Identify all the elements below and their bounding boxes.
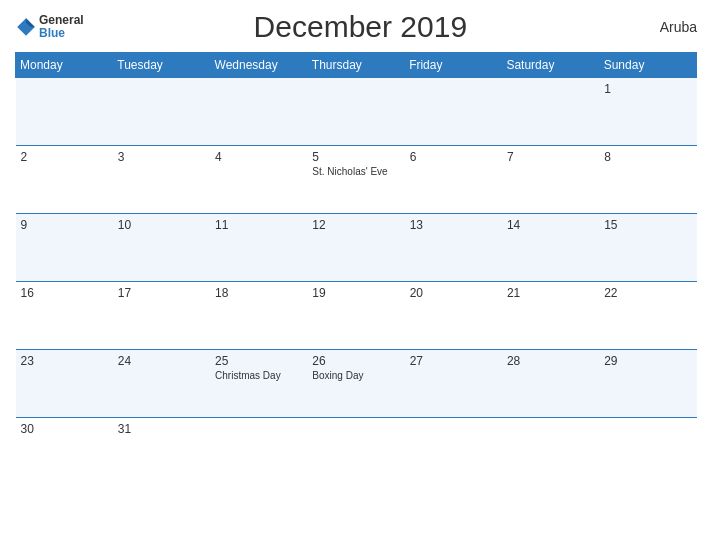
month-title: December 2019 xyxy=(84,10,637,44)
calendar-cell xyxy=(210,78,307,146)
calendar-cell: 27 xyxy=(405,350,502,418)
calendar-cell: 20 xyxy=(405,282,502,350)
calendar-cell: 30 xyxy=(16,418,113,486)
calendar-row: 9101112131415 xyxy=(16,214,697,282)
calendar-cell: 19 xyxy=(307,282,404,350)
day-number: 22 xyxy=(604,286,691,300)
weekday-friday: Friday xyxy=(405,53,502,78)
weekday-monday: Monday xyxy=(16,53,113,78)
day-number: 9 xyxy=(21,218,108,232)
calendar-cell: 15 xyxy=(599,214,696,282)
day-number: 8 xyxy=(604,150,691,164)
calendar-cell: 25Christmas Day xyxy=(210,350,307,418)
calendar-cell: 24 xyxy=(113,350,210,418)
calendar-container: General Blue December 2019 Aruba MondayT… xyxy=(0,0,712,550)
day-number: 30 xyxy=(21,422,108,436)
calendar-cell: 1 xyxy=(599,78,696,146)
calendar-row: 2345St. Nicholas' Eve678 xyxy=(16,146,697,214)
calendar-cell: 22 xyxy=(599,282,696,350)
calendar-cell: 10 xyxy=(113,214,210,282)
calendar-cell: 5St. Nicholas' Eve xyxy=(307,146,404,214)
day-number: 12 xyxy=(312,218,399,232)
weekday-sunday: Sunday xyxy=(599,53,696,78)
day-number: 4 xyxy=(215,150,302,164)
day-number: 29 xyxy=(604,354,691,368)
day-number: 2 xyxy=(21,150,108,164)
day-number: 17 xyxy=(118,286,205,300)
calendar-table: MondayTuesdayWednesdayThursdayFridaySatu… xyxy=(15,52,697,486)
day-number: 1 xyxy=(604,82,691,96)
day-number: 23 xyxy=(21,354,108,368)
day-number: 10 xyxy=(118,218,205,232)
day-number: 25 xyxy=(215,354,302,368)
calendar-cell: 3 xyxy=(113,146,210,214)
calendar-cell: 17 xyxy=(113,282,210,350)
calendar-cell: 21 xyxy=(502,282,599,350)
logo-icon xyxy=(15,16,37,38)
calendar-cell: 9 xyxy=(16,214,113,282)
calendar-cell: 18 xyxy=(210,282,307,350)
day-number: 15 xyxy=(604,218,691,232)
day-number: 7 xyxy=(507,150,594,164)
calendar-cell: 28 xyxy=(502,350,599,418)
calendar-cell xyxy=(502,418,599,486)
day-number: 14 xyxy=(507,218,594,232)
country-label: Aruba xyxy=(637,19,697,35)
calendar-row: 3031 xyxy=(16,418,697,486)
weekday-header-row: MondayTuesdayWednesdayThursdayFridaySatu… xyxy=(16,53,697,78)
calendar-cell: 26Boxing Day xyxy=(307,350,404,418)
calendar-cell: 16 xyxy=(16,282,113,350)
day-number: 5 xyxy=(312,150,399,164)
weekday-wednesday: Wednesday xyxy=(210,53,307,78)
weekday-saturday: Saturday xyxy=(502,53,599,78)
day-number: 19 xyxy=(312,286,399,300)
calendar-cell xyxy=(210,418,307,486)
day-number: 16 xyxy=(21,286,108,300)
calendar-cell: 23 xyxy=(16,350,113,418)
day-number: 26 xyxy=(312,354,399,368)
day-number: 3 xyxy=(118,150,205,164)
calendar-cell xyxy=(113,78,210,146)
calendar-cell xyxy=(307,418,404,486)
calendar-cell xyxy=(307,78,404,146)
calendar-cell: 11 xyxy=(210,214,307,282)
day-number: 28 xyxy=(507,354,594,368)
weekday-thursday: Thursday xyxy=(307,53,404,78)
calendar-cell: 13 xyxy=(405,214,502,282)
calendar-cell: 29 xyxy=(599,350,696,418)
calendar-row: 16171819202122 xyxy=(16,282,697,350)
calendar-cell xyxy=(599,418,696,486)
calendar-cell: 2 xyxy=(16,146,113,214)
day-number: 21 xyxy=(507,286,594,300)
calendar-row: 1 xyxy=(16,78,697,146)
day-number: 18 xyxy=(215,286,302,300)
calendar-cell: 4 xyxy=(210,146,307,214)
day-number: 31 xyxy=(118,422,205,436)
calendar-cell: 7 xyxy=(502,146,599,214)
calendar-row: 232425Christmas Day26Boxing Day272829 xyxy=(16,350,697,418)
calendar-cell: 6 xyxy=(405,146,502,214)
day-number: 11 xyxy=(215,218,302,232)
logo-blue-text: Blue xyxy=(39,27,84,40)
day-number: 20 xyxy=(410,286,497,300)
calendar-cell: 12 xyxy=(307,214,404,282)
weekday-tuesday: Tuesday xyxy=(113,53,210,78)
holiday-name: Boxing Day xyxy=(312,370,399,381)
calendar-cell xyxy=(405,78,502,146)
holiday-name: Christmas Day xyxy=(215,370,302,381)
calendar-cell xyxy=(405,418,502,486)
day-number: 6 xyxy=(410,150,497,164)
calendar-cell: 8 xyxy=(599,146,696,214)
logo: General Blue xyxy=(15,14,84,40)
calendar-header: General Blue December 2019 Aruba xyxy=(15,10,697,44)
holiday-name: St. Nicholas' Eve xyxy=(312,166,399,177)
day-number: 13 xyxy=(410,218,497,232)
calendar-cell: 31 xyxy=(113,418,210,486)
calendar-cell xyxy=(16,78,113,146)
day-number: 27 xyxy=(410,354,497,368)
calendar-cell xyxy=(502,78,599,146)
day-number: 24 xyxy=(118,354,205,368)
calendar-cell: 14 xyxy=(502,214,599,282)
